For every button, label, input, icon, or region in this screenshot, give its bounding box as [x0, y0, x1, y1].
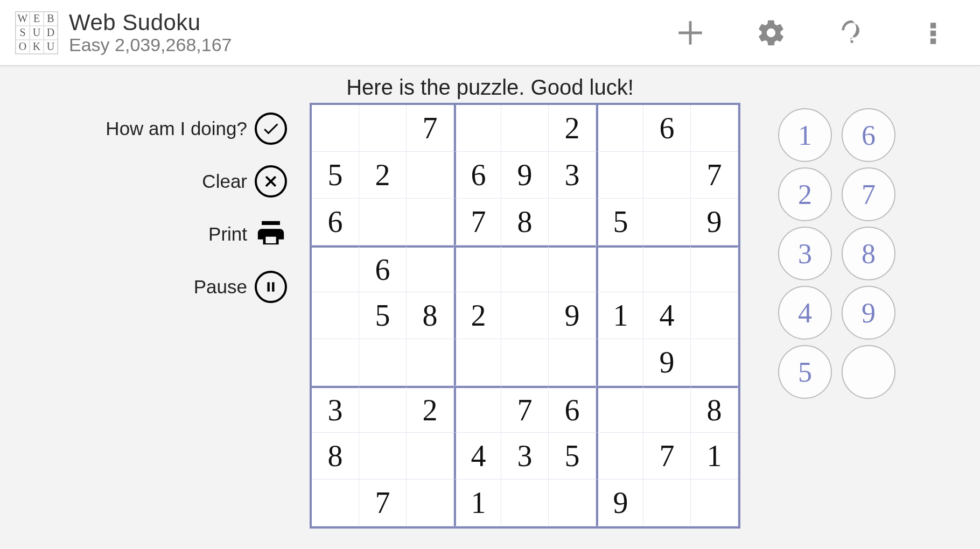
sudoku-cell[interactable]	[643, 480, 691, 526]
sudoku-cell[interactable]: 6	[549, 386, 596, 433]
sudoku-cell[interactable]: 6	[643, 105, 691, 152]
sudoku-cell[interactable]: 9	[501, 152, 549, 199]
sudoku-cell[interactable]	[643, 386, 691, 433]
sudoku-cell[interactable]	[454, 386, 501, 433]
sudoku-cell[interactable]	[407, 433, 454, 480]
sudoku-cell[interactable]: 7	[454, 199, 501, 245]
sudoku-cell[interactable]: 5	[312, 152, 359, 199]
sudoku-cell[interactable]: 9	[596, 480, 643, 526]
sudoku-cell[interactable]	[596, 339, 643, 386]
sudoku-cell[interactable]	[454, 339, 501, 386]
sudoku-cell[interactable]: 1	[454, 480, 501, 526]
check-button[interactable]: How am I doing?	[106, 112, 287, 145]
sudoku-cell[interactable]: 1	[691, 433, 738, 480]
sudoku-cell[interactable]	[691, 480, 738, 526]
sudoku-cell[interactable]: 2	[359, 152, 407, 199]
sudoku-cell[interactable]: 9	[549, 292, 596, 339]
pause-icon	[255, 271, 287, 303]
sudoku-cell[interactable]: 2	[549, 105, 596, 152]
sudoku-cell[interactable]	[359, 433, 407, 480]
sudoku-cell[interactable]	[359, 105, 407, 152]
sudoku-cell[interactable]	[549, 339, 596, 386]
sudoku-cell[interactable]	[312, 480, 359, 526]
sudoku-cell[interactable]: 6	[312, 199, 359, 245]
sudoku-cell[interactable]	[596, 105, 643, 152]
sudoku-cell[interactable]: 8	[501, 199, 549, 245]
sudoku-cell[interactable]: 9	[691, 199, 738, 245]
sudoku-cell[interactable]: 2	[407, 386, 454, 433]
sudoku-cell[interactable]	[501, 339, 549, 386]
sudoku-cell[interactable]	[691, 245, 738, 292]
sudoku-cell[interactable]	[407, 480, 454, 526]
numpad-5[interactable]: 5	[778, 345, 832, 399]
sudoku-cell[interactable]	[549, 480, 596, 526]
sudoku-cell[interactable]	[312, 245, 359, 292]
numpad-9[interactable]: 9	[842, 286, 895, 340]
numpad-1[interactable]: 1	[778, 108, 832, 162]
sudoku-cell[interactable]: 7	[407, 105, 454, 152]
sudoku-cell[interactable]	[454, 105, 501, 152]
sudoku-cell[interactable]: 4	[643, 292, 691, 339]
sudoku-cell[interactable]	[596, 386, 643, 433]
sudoku-cell[interactable]	[691, 292, 738, 339]
sudoku-cell[interactable]	[359, 386, 407, 433]
sudoku-cell[interactable]	[501, 292, 549, 339]
new-puzzle-icon[interactable]	[673, 16, 708, 50]
sudoku-cell[interactable]: 5	[359, 292, 407, 339]
sudoku-cell[interactable]: 3	[312, 386, 359, 433]
sudoku-cell[interactable]: 5	[596, 199, 643, 245]
sudoku-cell[interactable]	[407, 339, 454, 386]
sudoku-cell[interactable]: 8	[312, 433, 359, 480]
sudoku-cell[interactable]	[312, 292, 359, 339]
sudoku-cell[interactable]	[643, 152, 691, 199]
sudoku-cell[interactable]	[596, 245, 643, 292]
sudoku-cell[interactable]	[596, 433, 643, 480]
sudoku-cell[interactable]	[454, 245, 501, 292]
sudoku-cell[interactable]: 9	[643, 339, 691, 386]
sudoku-cell[interactable]: 1	[596, 292, 643, 339]
sudoku-cell[interactable]	[501, 245, 549, 292]
settings-icon[interactable]	[754, 16, 788, 50]
sudoku-cell[interactable]	[312, 105, 359, 152]
print-button[interactable]: Print	[208, 218, 287, 250]
sudoku-cell[interactable]: 6	[454, 152, 501, 199]
sudoku-cell[interactable]	[643, 199, 691, 245]
numpad-3[interactable]: 3	[778, 227, 832, 280]
sudoku-cell[interactable]: 8	[407, 292, 454, 339]
sudoku-cell[interactable]: 7	[691, 152, 738, 199]
more-icon[interactable]	[915, 16, 950, 50]
numpad-7[interactable]: 7	[842, 167, 895, 221]
help-icon[interactable]	[835, 16, 869, 50]
sudoku-cell[interactable]	[359, 199, 407, 245]
sudoku-cell[interactable]: 6	[359, 245, 407, 292]
sudoku-cell[interactable]	[501, 105, 549, 152]
sudoku-cell[interactable]: 7	[501, 386, 549, 433]
sudoku-cell[interactable]	[549, 199, 596, 245]
sudoku-cell[interactable]	[596, 152, 643, 199]
sudoku-cell[interactable]: 3	[549, 152, 596, 199]
sudoku-cell[interactable]: 4	[454, 433, 501, 480]
numpad-empty[interactable]	[842, 345, 895, 399]
sudoku-cell[interactable]	[407, 245, 454, 292]
sudoku-cell[interactable]	[691, 105, 738, 152]
sudoku-cell[interactable]	[549, 245, 596, 292]
sudoku-cell[interactable]: 7	[359, 480, 407, 526]
sudoku-cell[interactable]	[501, 480, 549, 526]
sudoku-cell[interactable]	[359, 339, 407, 386]
sudoku-cell[interactable]: 2	[454, 292, 501, 339]
pause-button[interactable]: Pause	[194, 271, 287, 303]
sudoku-cell[interactable]	[643, 245, 691, 292]
sudoku-cell[interactable]: 7	[643, 433, 691, 480]
sudoku-cell[interactable]: 5	[549, 433, 596, 480]
numpad-8[interactable]: 8	[842, 227, 895, 280]
sudoku-cell[interactable]	[407, 152, 454, 199]
numpad-6[interactable]: 6	[842, 108, 895, 162]
sudoku-cell[interactable]	[407, 199, 454, 245]
numpad-4[interactable]: 4	[778, 286, 832, 340]
sudoku-cell[interactable]	[312, 339, 359, 386]
clear-button[interactable]: Clear	[202, 165, 287, 198]
sudoku-cell[interactable]: 3	[501, 433, 549, 480]
numpad-2[interactable]: 2	[778, 167, 832, 221]
sudoku-cell[interactable]: 8	[691, 386, 738, 433]
sudoku-cell[interactable]	[691, 339, 738, 386]
